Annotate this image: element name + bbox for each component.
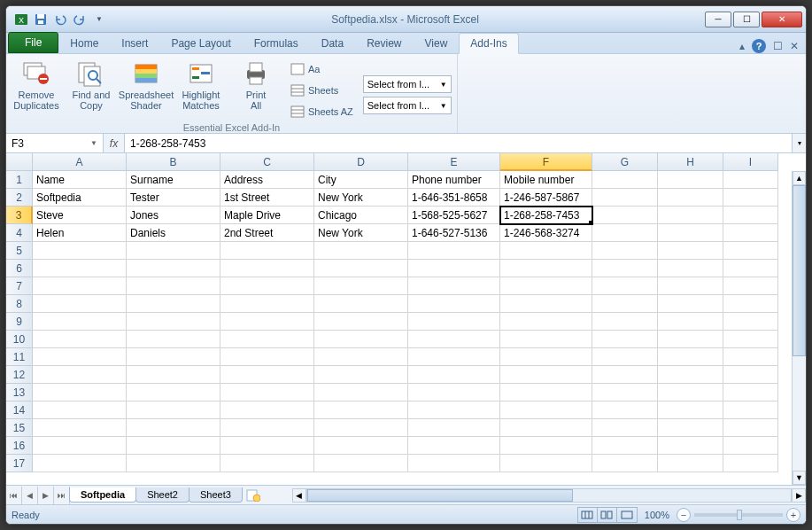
ribbon-tab-file[interactable]: File xyxy=(8,32,58,53)
cell[interactable]: 1-646-527-5136 xyxy=(408,224,500,242)
cell[interactable] xyxy=(127,366,220,384)
cell[interactable] xyxy=(658,295,723,313)
hscroll-track[interactable] xyxy=(306,488,792,503)
cell[interactable] xyxy=(408,455,500,472)
minimize-ribbon-icon[interactable]: ▴ xyxy=(739,40,745,52)
cell[interactable]: Jones xyxy=(127,207,220,224)
row-header[interactable]: 5 xyxy=(6,242,33,260)
cell[interactable] xyxy=(658,366,723,384)
cell[interactable] xyxy=(314,437,408,455)
cell[interactable] xyxy=(33,242,127,260)
cell[interactable] xyxy=(723,295,778,313)
column-header[interactable]: B xyxy=(127,153,220,171)
cell[interactable] xyxy=(127,331,220,348)
cell[interactable] xyxy=(592,331,658,348)
cell[interactable]: Steve xyxy=(33,207,127,224)
sheets-button[interactable]: Sheets xyxy=(286,81,358,100)
cell[interactable]: New York xyxy=(314,224,408,242)
ribbon-tab-page-layout[interactable]: Page Layout xyxy=(159,33,242,53)
cell[interactable] xyxy=(127,348,220,366)
cell[interactable] xyxy=(592,242,658,260)
cell[interactable] xyxy=(127,242,220,260)
cell[interactable] xyxy=(500,295,592,313)
cell[interactable]: 1-246-587-5867 xyxy=(500,189,592,207)
sheets-az-button[interactable]: Sheets AZ xyxy=(286,102,358,121)
cell[interactable] xyxy=(127,419,220,437)
cell[interactable] xyxy=(408,313,500,331)
cell[interactable] xyxy=(220,401,314,419)
cell[interactable] xyxy=(658,171,723,189)
cell[interactable]: Surname xyxy=(127,171,220,189)
cell[interactable] xyxy=(500,384,592,401)
cell[interactable] xyxy=(127,437,220,455)
find-and-copy-button[interactable]: Find andCopy xyxy=(66,56,116,111)
cell[interactable] xyxy=(33,384,127,401)
remove-duplicates-button[interactable]: RemoveDuplicates xyxy=(12,56,61,111)
cell[interactable] xyxy=(127,384,220,401)
help-icon[interactable]: ? xyxy=(752,39,766,53)
cell[interactable] xyxy=(33,366,127,384)
cell[interactable] xyxy=(723,242,778,260)
hscroll-thumb[interactable] xyxy=(307,489,573,502)
horizontal-scrollbar[interactable]: ◀ ▶ xyxy=(292,488,806,503)
undo-icon[interactable] xyxy=(52,12,68,27)
cell[interactable] xyxy=(723,348,778,366)
cell[interactable] xyxy=(658,331,723,348)
cell[interactable] xyxy=(723,366,778,384)
cell[interactable] xyxy=(658,384,723,401)
cell[interactable] xyxy=(658,455,723,472)
row-header[interactable]: 4 xyxy=(6,224,33,242)
cell[interactable] xyxy=(592,313,658,331)
row-header[interactable]: 8 xyxy=(6,295,33,313)
cell[interactable]: Chicago xyxy=(314,207,408,224)
scroll-track[interactable] xyxy=(793,185,806,471)
column-header[interactable]: E xyxy=(408,153,500,171)
cell[interactable]: Helen xyxy=(33,224,127,242)
cell[interactable] xyxy=(127,277,220,295)
row-header[interactable]: 17 xyxy=(6,455,33,472)
cell[interactable] xyxy=(314,384,408,401)
new-sheet-button[interactable] xyxy=(246,489,266,502)
cell[interactable] xyxy=(314,331,408,348)
cell[interactable] xyxy=(592,171,658,189)
select-from-combo-2[interactable]: Select from l...▼ xyxy=(363,97,452,114)
name-box[interactable]: F3 ▼ xyxy=(6,134,104,152)
aa-button[interactable]: Aa xyxy=(286,59,358,79)
select-all-corner[interactable] xyxy=(6,153,33,171)
cell[interactable] xyxy=(408,348,500,366)
formula-expand-icon[interactable]: ▾ xyxy=(792,134,806,152)
column-header[interactable]: D xyxy=(314,153,408,171)
cell[interactable] xyxy=(220,260,314,277)
cell[interactable] xyxy=(127,455,220,472)
cell[interactable] xyxy=(658,419,723,437)
column-header[interactable]: G xyxy=(592,153,658,171)
cell[interactable] xyxy=(723,171,778,189)
select-from-combo-1[interactable]: Select from l...▼ xyxy=(363,75,452,93)
cell[interactable] xyxy=(592,384,658,401)
ribbon-tab-home[interactable]: Home xyxy=(58,33,110,53)
cell[interactable] xyxy=(592,366,658,384)
cell[interactable] xyxy=(592,295,658,313)
cell[interactable]: 1-646-351-8658 xyxy=(408,189,500,207)
zoom-percent[interactable]: 100% xyxy=(645,510,669,520)
cell[interactable] xyxy=(592,277,658,295)
cell[interactable] xyxy=(220,331,314,348)
cell[interactable] xyxy=(592,224,658,242)
cell[interactable] xyxy=(408,277,500,295)
cell[interactable] xyxy=(408,260,500,277)
cell[interactable] xyxy=(658,224,723,242)
column-header[interactable]: I xyxy=(723,153,778,171)
ribbon-tab-insert[interactable]: Insert xyxy=(110,33,159,53)
cell[interactable] xyxy=(408,242,500,260)
cell[interactable]: Maple Drive xyxy=(220,207,314,224)
cell[interactable]: Address xyxy=(220,171,314,189)
sheet-tab[interactable]: Sheet2 xyxy=(135,487,189,503)
cell[interactable] xyxy=(314,277,408,295)
cell[interactable] xyxy=(127,260,220,277)
ribbon-tab-formulas[interactable]: Formulas xyxy=(243,33,310,53)
cell[interactable] xyxy=(314,242,408,260)
row-header[interactable]: 1 xyxy=(6,171,33,189)
zoom-thumb[interactable] xyxy=(737,510,742,520)
cell[interactable] xyxy=(314,366,408,384)
row-header[interactable]: 6 xyxy=(6,260,33,277)
